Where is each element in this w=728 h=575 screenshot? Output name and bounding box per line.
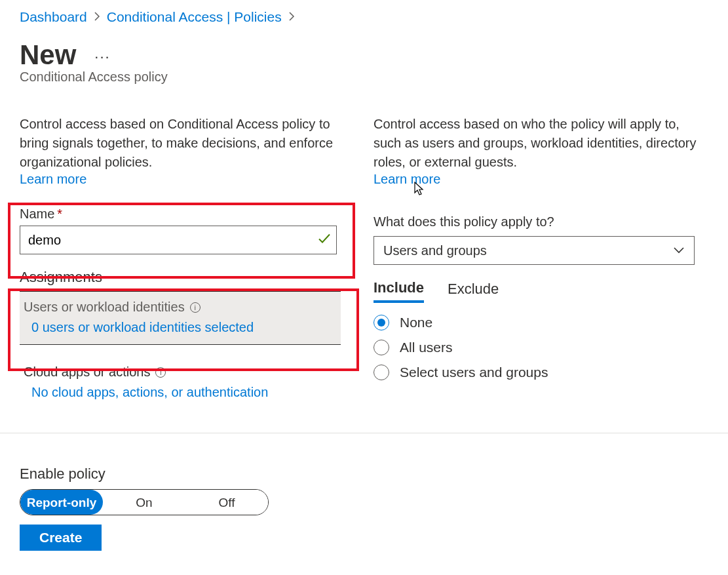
required-indicator: * xyxy=(57,207,62,221)
create-button[interactable]: Create xyxy=(20,525,102,551)
info-icon[interactable]: i xyxy=(155,367,166,378)
radio-icon xyxy=(374,340,389,355)
assignment-users-title: Users or workload identities xyxy=(24,300,185,315)
breadcrumb-dashboard[interactable]: Dashboard xyxy=(20,9,87,25)
toggle-off[interactable]: Off xyxy=(185,490,268,515)
page-title: New xyxy=(20,39,76,71)
page-header: New ··· Conditional Access policy xyxy=(20,33,708,85)
radio-select-users[interactable]: Select users and groups xyxy=(374,365,708,380)
more-actions-button[interactable]: ··· xyxy=(89,46,115,68)
radio-select-users-label: Select users and groups xyxy=(400,365,548,380)
enable-policy-toggle: Report-only On Off xyxy=(20,489,269,515)
radio-all-users[interactable]: All users xyxy=(374,340,708,355)
apply-to-selected-value: Users and groups xyxy=(383,243,487,258)
assignment-users-row[interactable]: Users or workload identities i 0 users o… xyxy=(20,292,341,344)
page-subtitle: Conditional Access policy xyxy=(20,69,708,85)
breadcrumb-conditional-access[interactable]: Conditional Access | Policies xyxy=(107,9,282,25)
toggle-on[interactable]: On xyxy=(103,490,185,515)
breadcrumb: Dashboard Conditional Access | Policies xyxy=(20,0,708,29)
name-input[interactable] xyxy=(20,226,337,254)
radio-all-users-label: All users xyxy=(400,340,453,355)
assignment-users-link[interactable]: 0 users or workload identities selected xyxy=(31,320,337,335)
assignment-cloud-title: Cloud apps or actions xyxy=(24,365,150,380)
info-icon[interactable]: i xyxy=(190,302,201,313)
radio-icon xyxy=(374,365,389,380)
chevron-right-icon xyxy=(94,10,100,24)
divider xyxy=(0,433,728,433)
chevron-right-icon xyxy=(288,10,295,24)
apply-to-label: What does this policy apply to? xyxy=(374,214,708,229)
chevron-down-icon xyxy=(673,244,685,258)
include-exclude-tabs: Include Exclude xyxy=(374,279,708,303)
learn-more-right[interactable]: Learn more xyxy=(374,172,440,186)
radio-none-label: None xyxy=(400,315,432,330)
left-description: Control access based on Conditional Acce… xyxy=(20,115,347,172)
enable-policy-label: Enable policy xyxy=(20,466,708,483)
tab-exclude[interactable]: Exclude xyxy=(448,279,499,303)
radio-none[interactable]: None xyxy=(374,315,708,330)
learn-more-left[interactable]: Learn more xyxy=(20,172,86,186)
assignment-cloud-row[interactable]: Cloud apps or actions i No cloud apps, a… xyxy=(20,357,341,409)
assignment-cloud-link[interactable]: No cloud apps, actions, or authenticatio… xyxy=(31,385,337,400)
assignments-heading: Assignments xyxy=(20,269,347,286)
radio-icon xyxy=(374,315,389,330)
right-description: Control access based on who the policy w… xyxy=(374,115,708,172)
toggle-report-only[interactable]: Report-only xyxy=(20,490,103,515)
tab-include[interactable]: Include xyxy=(374,279,424,303)
name-label: Name* xyxy=(20,207,347,222)
apply-to-select[interactable]: Users and groups xyxy=(374,236,695,265)
